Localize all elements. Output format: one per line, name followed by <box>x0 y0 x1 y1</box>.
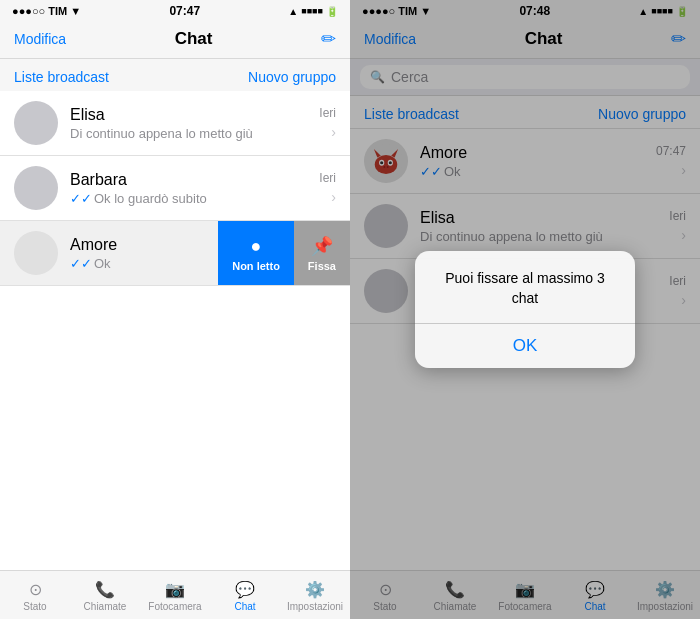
chat-preview-barbara: ✓✓Ok lo guardò subito <box>70 191 311 206</box>
tab-stato-label-left: Stato <box>23 601 46 612</box>
avatar-amore-left <box>14 231 58 275</box>
tab-chiamate-left[interactable]: 📞 Chiamate <box>70 580 140 612</box>
dim-overlay: Puoi fissare al massimo 3 chat OK <box>350 0 700 619</box>
fotocamera-icon-left: 📷 <box>165 580 185 599</box>
chat-name-elisa: Elisa <box>70 106 311 124</box>
alert-message: Puoi fissare al massimo 3 chat <box>435 269 615 308</box>
nav-bar-left: Modifica Chat ✏ <box>0 22 350 59</box>
double-check-icon-barbara: ✓✓ <box>70 191 92 206</box>
status-icons-left: ▲ ■■■■ 🔋 <box>288 6 338 17</box>
tab-chat-left[interactable]: 💬 Chat <box>210 580 280 612</box>
chat-name-barbara: Barbara <box>70 171 311 189</box>
broadcast-row-left: Liste broadcast Nuovo gruppo <box>0 59 350 91</box>
impostazioni-icon-left: ⚙️ <box>305 580 325 599</box>
pin-swipe-button[interactable]: 📌 Fissa <box>294 221 350 286</box>
chat-row-barbara: Barbara ✓✓Ok lo guardò subito Ieri › <box>0 156 350 221</box>
chat-row-elisa: Elisa Di continuo appena lo metto giù Ie… <box>0 91 350 156</box>
tab-stato-left[interactable]: ⊙ Stato <box>0 580 70 612</box>
chat-list-left: Elisa Di continuo appena lo metto giù Ie… <box>0 91 350 570</box>
unread-swipe-button[interactable]: ● Non letto <box>218 221 294 286</box>
new-group-label-left[interactable]: Nuovo gruppo <box>248 69 336 85</box>
chevron-icon-elisa: › <box>331 124 336 140</box>
swipe-actions-amore: ● Non letto 📌 Fissa <box>218 221 350 286</box>
chat-time-barbara: Ieri <box>319 171 336 185</box>
tab-impostazioni-label-left: Impostazioni <box>287 601 343 612</box>
chat-icon-left: 💬 <box>235 580 255 599</box>
tab-bar-left: ⊙ Stato 📞 Chiamate 📷 Fotocamera 💬 Chat ⚙… <box>0 570 350 619</box>
right-panel: ●●●●○ TIM ▼ 07:48 ▲ ■■■■ 🔋 Modifica Chat… <box>350 0 700 619</box>
chat-time-elisa: Ieri <box>319 106 336 120</box>
unread-label: Non letto <box>232 260 280 272</box>
chiamate-icon-left: 📞 <box>95 580 115 599</box>
page-title-left: Chat <box>175 29 213 49</box>
left-panel: ●●●○○ TIM ▼ 07:47 ▲ ■■■■ 🔋 Modifica Chat… <box>0 0 350 619</box>
modifica-button-left[interactable]: Modifica <box>14 31 66 47</box>
unread-icon: ● <box>251 236 262 257</box>
avatar-barbara <box>14 166 58 210</box>
compose-icon-left[interactable]: ✏ <box>321 28 336 50</box>
time-left: 07:47 <box>169 4 200 18</box>
broadcast-label-left[interactable]: Liste broadcast <box>14 69 109 85</box>
chat-preview-elisa: Di continuo appena lo metto giù <box>70 126 311 141</box>
pin-icon: 📌 <box>311 235 333 257</box>
tab-chiamate-label-left: Chiamate <box>84 601 127 612</box>
tab-fotocamera-left[interactable]: 📷 Fotocamera <box>140 580 210 612</box>
chat-row-amore: Amore ✓✓Ok ● Non letto 📌 Fissa <box>0 221 350 286</box>
tab-impostazioni-left[interactable]: ⚙️ Impostazioni <box>280 580 350 612</box>
alert-dialog: Puoi fissare al massimo 3 chat OK <box>415 251 635 367</box>
avatar-elisa <box>14 101 58 145</box>
pin-label: Fissa <box>308 260 336 272</box>
stato-icon-left: ⊙ <box>29 580 42 599</box>
status-bar-left: ●●●○○ TIM ▼ 07:47 ▲ ■■■■ 🔋 <box>0 0 350 22</box>
carrier-left: ●●●○○ TIM ▼ <box>12 5 81 17</box>
chevron-icon-barbara: › <box>331 189 336 205</box>
double-check-icon-amore: ✓✓ <box>70 256 92 271</box>
alert-ok-button[interactable]: OK <box>415 324 635 368</box>
tab-chat-label-left: Chat <box>234 601 255 612</box>
tab-fotocamera-label-left: Fotocamera <box>148 601 201 612</box>
